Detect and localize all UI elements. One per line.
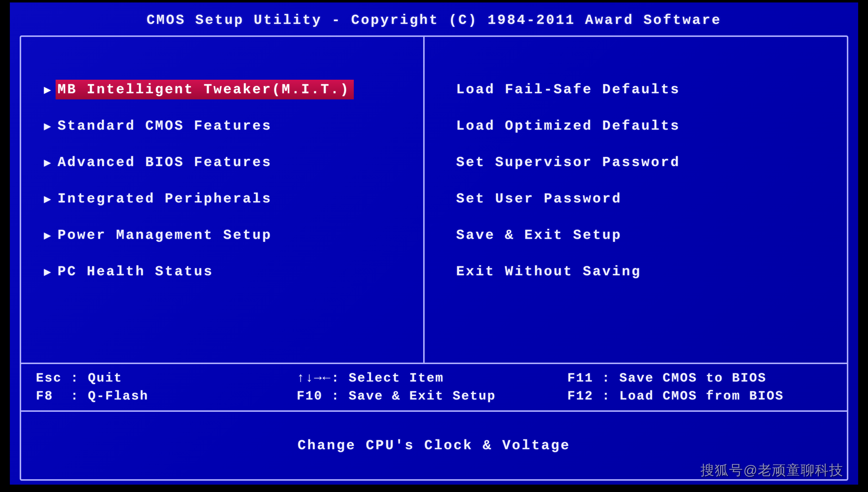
help-row-2: F8 : Q-Flash F10 : Save & Exit Setup F12… (36, 389, 832, 403)
help-bar: Esc : Quit ↑↓→←: Select Item F11 : Save … (21, 363, 847, 410)
help-esc-quit: Esc : Quit (36, 371, 297, 386)
menu-item-supervisor-password[interactable]: Set Supervisor Password (454, 144, 832, 180)
menu-item-label: Standard CMOS Features (56, 116, 276, 136)
submenu-arrow-icon: ▶ (41, 265, 56, 279)
menu-item-save-exit[interactable]: Save & Exit Setup (454, 217, 832, 253)
menu-item-advanced-bios[interactable]: ▶ Advanced BIOS Features (41, 144, 408, 180)
menu-item-label: Set Supervisor Password (454, 152, 684, 172)
bios-screen: CMOS Setup Utility - Copyright (C) 1984-… (10, 2, 858, 485)
main-frame: ▶ MB Intelligent Tweaker(M.I.T.) ▶ Stand… (20, 35, 848, 481)
menu-item-pc-health[interactable]: ▶ PC Health Status (41, 253, 408, 290)
menu-item-label: Save & Exit Setup (454, 225, 626, 245)
menu-item-power-management[interactable]: ▶ Power Management Setup (41, 217, 408, 253)
menu-item-label: Load Fail-Safe Defaults (454, 80, 684, 99)
submenu-arrow-icon: ▶ (41, 155, 56, 170)
menu-item-exit-no-save[interactable]: Exit Without Saving (454, 253, 832, 290)
help-row-1: Esc : Quit ↑↓→←: Select Item F11 : Save … (36, 371, 832, 386)
menu-item-label: PC Health Status (56, 262, 218, 281)
menu-item-label: MB Intelligent Tweaker(M.I.T.) (56, 80, 354, 99)
menu-item-label: Power Management Setup (56, 225, 276, 245)
help-arrows-select: ↑↓→←: Select Item (297, 371, 567, 386)
submenu-arrow-icon: ▶ (41, 192, 56, 206)
help-f11-save-cmos: F11 : Save CMOS to BIOS (567, 371, 832, 386)
menu-item-label: Exit Without Saving (454, 262, 645, 281)
menu-column-right: Load Fail-Safe Defaults Load Optimized D… (425, 37, 847, 363)
menu-item-user-password[interactable]: Set User Password (454, 180, 832, 217)
submenu-arrow-icon: ▶ (41, 228, 56, 243)
title-bar: CMOS Setup Utility - Copyright (C) 1984-… (10, 2, 858, 35)
description-text: Change CPU's Clock & Voltage (298, 438, 571, 453)
menu-item-standard-cmos[interactable]: ▶ Standard CMOS Features (41, 108, 408, 144)
menu-item-label: Advanced BIOS Features (56, 152, 276, 172)
menu-panels: ▶ MB Intelligent Tweaker(M.I.T.) ▶ Stand… (21, 37, 847, 363)
menu-item-label: Integrated Peripherals (56, 189, 276, 208)
menu-item-load-optimized[interactable]: Load Optimized Defaults (454, 108, 832, 144)
submenu-arrow-icon: ▶ (41, 82, 56, 97)
menu-item-label: Set User Password (454, 189, 626, 208)
menu-column-left: ▶ MB Intelligent Tweaker(M.I.T.) ▶ Stand… (21, 37, 425, 363)
help-f10-save-exit: F10 : Save & Exit Setup (297, 389, 567, 403)
watermark: 搜狐号@老顽童聊科技 (700, 461, 843, 480)
menu-item-load-failsafe[interactable]: Load Fail-Safe Defaults (454, 71, 832, 108)
menu-item-label: Load Optimized Defaults (454, 116, 684, 136)
help-f12-load-cmos: F12 : Load CMOS from BIOS (567, 389, 832, 403)
menu-item-integrated-peripherals[interactable]: ▶ Integrated Peripherals (41, 180, 408, 217)
arrow-keys-icon: ↑↓→← (297, 371, 331, 386)
submenu-arrow-icon: ▶ (41, 119, 56, 133)
watermark-text: 搜狐号@老顽童聊科技 (700, 462, 843, 478)
menu-item-mit[interactable]: ▶ MB Intelligent Tweaker(M.I.T.) (41, 71, 408, 108)
help-f8-qflash: F8 : Q-Flash (36, 389, 297, 403)
title-text: CMOS Setup Utility - Copyright (C) 1984-… (147, 12, 722, 28)
